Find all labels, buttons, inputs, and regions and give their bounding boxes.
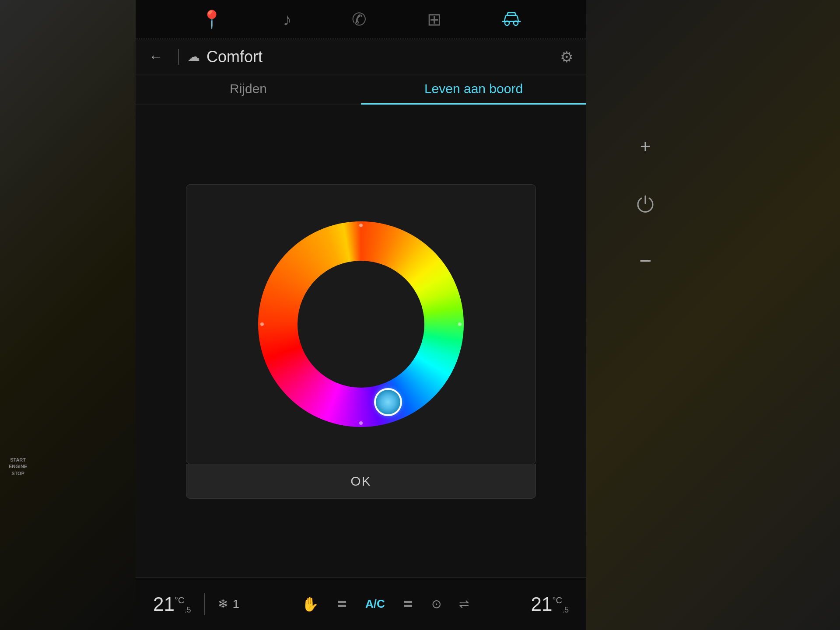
right-panel: + − xyxy=(586,0,840,630)
phone-icon[interactable]: ✆ xyxy=(343,5,375,34)
climate-controls: ✋ 〓 A/C 〓 ⊙ ⇌ xyxy=(239,596,531,612)
color-wheel-wrapper[interactable] xyxy=(247,210,475,438)
volume-up-button[interactable]: + xyxy=(630,131,661,162)
bottom-status-bar: 21°C.5 ❄ 1 ✋ 〓 A/C 〓 ⊙ ⇌ 21°C.5 xyxy=(136,578,586,630)
ac-button[interactable]: A/C xyxy=(365,597,385,611)
ok-button-label: OK xyxy=(350,474,371,489)
tab-leven-aan-boord[interactable]: Leven aan boord xyxy=(361,74,586,105)
top-nav-bar: 📍 ♪ ✆ ⊞ xyxy=(136,0,586,39)
rear-seat-heat-icon[interactable]: 〓 xyxy=(402,596,414,612)
fan-level: 1 xyxy=(232,597,239,611)
left-interior-panel: START ENGINE STOP xyxy=(0,0,136,630)
car-icon[interactable] xyxy=(493,7,530,32)
color-picker-handle[interactable] xyxy=(374,388,402,416)
fan-icon: ❄ xyxy=(218,597,228,611)
right-temperature[interactable]: 21°C.5 xyxy=(531,593,569,615)
right-controls: + − xyxy=(630,131,661,276)
power-button[interactable] xyxy=(630,188,661,219)
content-area: OK xyxy=(136,105,586,578)
start-stop-button[interactable]: START ENGINE STOP xyxy=(9,457,27,477)
page-title: Comfort xyxy=(206,48,560,66)
airflow-icon[interactable]: ⇌ xyxy=(459,597,469,611)
steering-heat-icon[interactable]: ✋ xyxy=(301,596,319,612)
ok-button[interactable]: OK xyxy=(186,464,536,499)
navigation-icon[interactable]: 📍 xyxy=(192,5,231,34)
bottom-divider-left xyxy=(204,593,205,615)
volume-down-button[interactable]: − xyxy=(630,245,661,276)
color-wheel-container[interactable] xyxy=(186,184,536,464)
header-divider xyxy=(178,49,179,65)
fan-control[interactable]: ❄ 1 xyxy=(218,597,239,611)
inner-ring-mask xyxy=(298,261,424,388)
right-temp-section: 21°C.5 xyxy=(531,593,569,615)
tab-rijden[interactable]: Rijden xyxy=(136,74,361,105)
header-bar: ← ☁ Comfort ⚙ xyxy=(136,39,586,74)
center-screen: 📍 ♪ ✆ ⊞ ← ☁ Comfort ⚙ Rijden Leven aan b… xyxy=(136,0,586,630)
rear-defrost-icon[interactable]: ⊙ xyxy=(431,597,441,611)
back-button[interactable]: ← xyxy=(149,49,163,65)
seat-heat-icon[interactable]: 〓 xyxy=(336,596,348,612)
apps-icon[interactable]: ⊞ xyxy=(418,5,451,34)
tab-bar: Rijden Leven aan boord xyxy=(136,74,586,105)
cloud-icon: ☁ xyxy=(188,49,200,64)
music-icon[interactable]: ♪ xyxy=(274,5,300,34)
left-temperature[interactable]: 21°C.5 xyxy=(153,593,191,615)
settings-button[interactable]: ⚙ xyxy=(560,48,573,66)
left-temp-section: 21°C.5 ❄ 1 xyxy=(153,593,239,615)
